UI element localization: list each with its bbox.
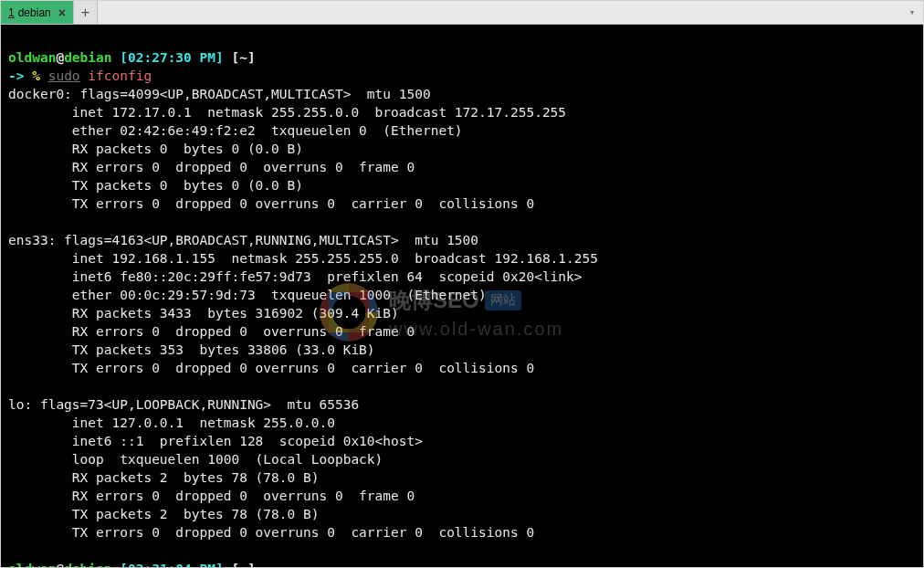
- close-icon[interactable]: ×: [58, 6, 66, 19]
- output-line: RX errors 0 dropped 0 overruns 0 frame 0: [8, 489, 415, 503]
- prompt-time: [02:31:04 PM]: [120, 562, 224, 568]
- cmd-args: ifconfig: [88, 68, 152, 83]
- output-line: TX packets 0 bytes 0 (0.0 B): [8, 178, 303, 193]
- output-line: TX errors 0 dropped 0 overruns 0 carrier…: [8, 196, 534, 211]
- output-line: inet 192.168.1.155 netmask 255.255.255.0…: [8, 251, 598, 266]
- tab-debian[interactable]: 1 debian ×: [1, 1, 74, 24]
- tab-title: debian: [18, 6, 51, 19]
- output-line: RX packets 2 bytes 78 (78.0 B): [8, 470, 319, 485]
- prompt-arrow: ->: [8, 68, 24, 83]
- prompt-user: oldwan: [8, 562, 56, 568]
- output-line: inet6 fe80::20c:29ff:fe57:9d73 prefixlen…: [8, 269, 583, 284]
- terminal-output[interactable]: oldwan@debian [02:27:30 PM] [~] -> % sud…: [1, 25, 923, 568]
- tabbar-menu-button[interactable]: ▾: [901, 1, 923, 24]
- prompt-pct: %: [32, 68, 40, 83]
- prompt-host: debian: [64, 562, 111, 568]
- plus-icon: +: [81, 5, 89, 21]
- prompt-at: @: [56, 50, 64, 65]
- tab-bar: 1 debian × + ▾: [1, 1, 923, 25]
- output-line: TX packets 353 bytes 33806 (33.0 KiB): [8, 342, 375, 357]
- output-line: loop txqueuelen 1000 (Local Loopback): [8, 452, 383, 467]
- prompt-cwd: [~]: [231, 50, 255, 65]
- new-tab-button[interactable]: +: [74, 1, 98, 24]
- output-line: TX errors 0 dropped 0 overruns 0 carrier…: [8, 525, 534, 540]
- output-line: inet6 ::1 prefixlen 128 scopeid 0x10<hos…: [8, 434, 423, 448]
- output-line: ens33: flags=4163<UP,BROADCAST,RUNNING,M…: [8, 233, 478, 247]
- output-line: docker0: flags=4099<UP,BROADCAST,MULTICA…: [8, 87, 431, 101]
- prompt-host: debian: [64, 50, 111, 65]
- prompt-time: [02:27:30 PM]: [120, 50, 224, 65]
- tab-index: 1: [8, 6, 15, 19]
- output-line: inet 172.17.0.1 netmask 255.255.0.0 broa…: [8, 105, 566, 120]
- prompt-cwd: [~]: [231, 562, 255, 568]
- output-line: ether 00:0c:29:57:9d:73 txqueuelen 1000 …: [8, 288, 487, 302]
- prompt-user: oldwan: [8, 50, 56, 65]
- output-line: TX packets 2 bytes 78 (78.0 B): [8, 507, 319, 521]
- output-line: ether 02:42:6e:49:f2:e2 txqueuelen 0 (Et…: [8, 123, 463, 138]
- output-line: inet 127.0.0.1 netmask 255.0.0.0: [8, 415, 335, 430]
- prompt-at: @: [56, 562, 64, 568]
- cmd-sudo: sudo: [48, 68, 80, 83]
- output-line: RX errors 0 dropped 0 overruns 0 frame 0: [8, 160, 415, 174]
- chevron-down-icon: ▾: [909, 6, 916, 18]
- tabbar-spacer: [98, 1, 901, 24]
- output-line: TX errors 0 dropped 0 overruns 0 carrier…: [8, 361, 534, 375]
- output-line: RX packets 0 bytes 0 (0.0 B): [8, 142, 303, 156]
- output-line: lo: flags=73<UP,LOOPBACK,RUNNING> mtu 65…: [8, 397, 359, 412]
- output-line: RX packets 3433 bytes 316902 (309.4 KiB): [8, 306, 399, 321]
- output-line: RX errors 0 dropped 0 overruns 0 frame 0: [8, 324, 415, 339]
